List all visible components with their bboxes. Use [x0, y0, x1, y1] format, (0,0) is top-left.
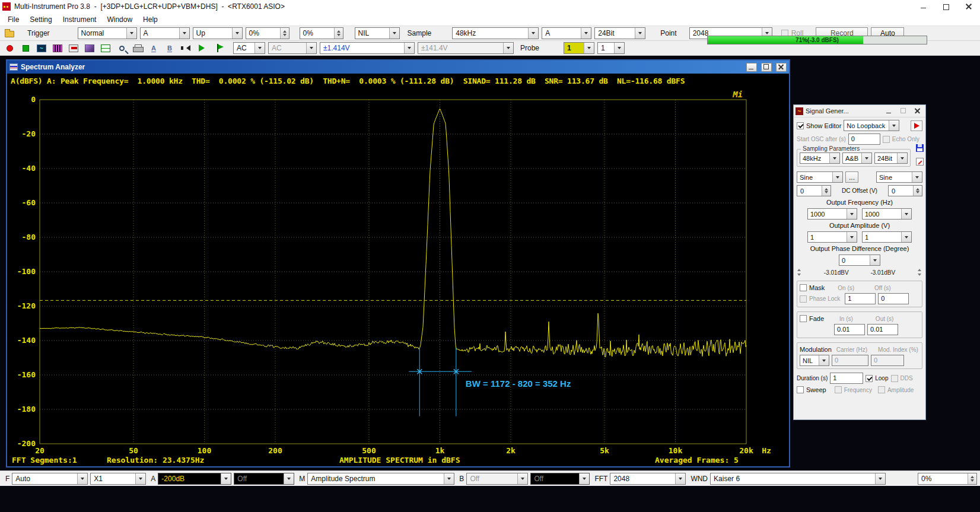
fine-adjust-b-spinner[interactable] [917, 268, 922, 276]
spectrum-analyzer-button[interactable] [51, 42, 64, 54]
fine-adjust-a-spinner[interactable] [797, 268, 802, 276]
maximize-button[interactable] [898, 106, 909, 116]
close-button[interactable] [912, 106, 924, 116]
spectrum-3d-button[interactable] [83, 42, 96, 54]
probe-b-select[interactable]: 1 [597, 42, 625, 54]
spinner-arrows-icon[interactable] [968, 473, 976, 484]
mask-off-input[interactable]: 0 [878, 293, 909, 304]
zoom-button[interactable] [115, 42, 128, 54]
mod-index-input[interactable]: 0 [871, 355, 904, 366]
signal-generator-titlebar[interactable]: Signal Gener... [794, 105, 925, 117]
loopback-select[interactable]: No Loopback [844, 120, 899, 131]
spinner-arrows-icon[interactable] [913, 186, 922, 196]
spinner-arrows-icon[interactable] [822, 186, 831, 196]
range-b-select[interactable]: ±141.4V [418, 42, 514, 54]
generator-rate-select[interactable]: 48kHz [800, 152, 840, 164]
menu-help[interactable]: Help [138, 14, 163, 25]
start-osc-input[interactable]: 0 [848, 133, 880, 145]
label-b-button[interactable]: B [163, 42, 176, 54]
modulation-type-select[interactable]: NIL [800, 355, 829, 366]
sample-channel-select[interactable]: A [542, 27, 591, 39]
mask-on-input[interactable]: 1 [845, 293, 876, 304]
probe-a-select[interactable]: 1 [564, 42, 594, 54]
range-a-select[interactable]: ±1.414V [320, 42, 415, 54]
dds-checkbox[interactable] [891, 375, 898, 382]
flag-button[interactable] [211, 42, 224, 54]
trigger-delay-spinner[interactable]: 0% [300, 27, 343, 39]
spectrum-plot[interactable]: 0-20-40-60-80-100-120-140-160-180-200205… [7, 88, 789, 454]
spinner-arrows-icon[interactable] [280, 28, 289, 39]
fft-size-select[interactable]: 2048 [610, 473, 686, 485]
trigger-hpf-select[interactable]: NIL [355, 27, 400, 39]
spectrum-plot-area[interactable]: 0-20-40-60-80-100-120-140-160-180-200205… [7, 88, 789, 454]
display-mode-select[interactable]: Amplitude Spectrum [307, 473, 454, 485]
b-mode-select[interactable]: Off [530, 473, 590, 485]
multimeter-button[interactable] [67, 42, 80, 54]
zoom-factor-select[interactable]: X1 [90, 473, 146, 485]
record-button[interactable] [3, 42, 16, 54]
duration-input[interactable]: 1 [830, 373, 863, 384]
a-range-select[interactable]: -200dB [158, 473, 231, 485]
loop-checkbox[interactable] [866, 375, 873, 382]
more-waveform-button[interactable]: ... [845, 171, 858, 183]
minimize-button[interactable] [912, 0, 935, 13]
sweep-frequency-checkbox[interactable] [835, 386, 842, 393]
mask-checkbox[interactable] [800, 284, 807, 291]
dc-offset-a-spinner[interactable]: 0 [797, 185, 831, 196]
stop-button[interactable] [19, 42, 32, 54]
trigger-source-select[interactable]: A [140, 27, 190, 39]
b-range-select[interactable]: Off [466, 473, 528, 485]
sound-button[interactable] [179, 42, 192, 54]
sample-bits-select[interactable]: 24Bit [594, 27, 645, 39]
print-button[interactable] [131, 42, 144, 54]
menu-file[interactable]: File [2, 14, 24, 25]
spectrum-window-titlebar[interactable]: Spectrum Analyzer [7, 61, 789, 74]
close-button[interactable] [957, 0, 980, 13]
waveform-a-select[interactable]: Sine [797, 171, 843, 183]
maximize-button[interactable] [935, 0, 957, 13]
phase-difference-combo[interactable]: 0 [839, 255, 880, 266]
fade-checkbox[interactable] [800, 315, 807, 322]
window-function-select[interactable]: Kaiser 6 [710, 473, 886, 485]
carrier-input[interactable]: 0 [832, 355, 868, 366]
amplitude-a-combo[interactable]: 1 [807, 231, 857, 243]
fade-out-input[interactable]: 0.01 [867, 324, 898, 335]
dc-offset-b-spinner[interactable]: 0 [888, 185, 922, 196]
minimize-button[interactable] [746, 63, 757, 72]
frequency-b-combo[interactable]: 1000 [862, 208, 912, 220]
frequency-a-combo[interactable]: 1000 [807, 208, 857, 220]
trigger-edge-select[interactable]: Up [193, 27, 243, 39]
save-icon[interactable] [916, 144, 924, 152]
trigger-level-spinner[interactable]: 0% [246, 27, 289, 39]
menu-window[interactable]: Window [101, 14, 138, 25]
menu-instrument[interactable]: Instrument [58, 14, 102, 25]
close-button[interactable] [776, 63, 787, 72]
generator-bits-select[interactable]: 24Bit [874, 152, 908, 164]
spinner-arrows-icon[interactable] [334, 28, 343, 39]
run-button[interactable] [195, 42, 208, 54]
coupling-a-select[interactable]: AC [233, 42, 265, 54]
menu-setting[interactable]: Setting [24, 14, 57, 25]
edit-signal-icon[interactable] [916, 158, 924, 166]
show-editor-checkbox[interactable] [797, 122, 804, 129]
fade-in-input[interactable]: 0.01 [834, 324, 865, 335]
a-mode-select[interactable]: Off [234, 473, 294, 485]
echo-only-checkbox[interactable] [883, 136, 890, 143]
phase-lock-checkbox[interactable] [800, 295, 807, 303]
sweep-checkbox[interactable] [797, 386, 804, 393]
minimize-button[interactable] [883, 106, 895, 116]
maximize-button[interactable] [761, 63, 772, 72]
open-file-button[interactable] [3, 27, 16, 39]
frequency-axis-select[interactable]: Auto [12, 473, 88, 485]
oscilloscope-button[interactable] [35, 42, 48, 54]
waveform-b-select[interactable]: Sine [876, 171, 922, 183]
generator-channel-select[interactable]: A&B [842, 152, 872, 164]
label-a-button[interactable]: A [147, 42, 160, 54]
overlap-spinner[interactable]: 0% [918, 473, 977, 485]
amplitude-b-combo[interactable]: 1 [862, 231, 912, 243]
generator-run-button[interactable] [911, 120, 922, 131]
trigger-mode-select[interactable]: Normal [78, 27, 137, 39]
coupling-b-select[interactable]: AC [268, 42, 317, 54]
sweep-amplitude-checkbox[interactable] [878, 386, 885, 393]
data-logger-button[interactable] [99, 42, 112, 54]
